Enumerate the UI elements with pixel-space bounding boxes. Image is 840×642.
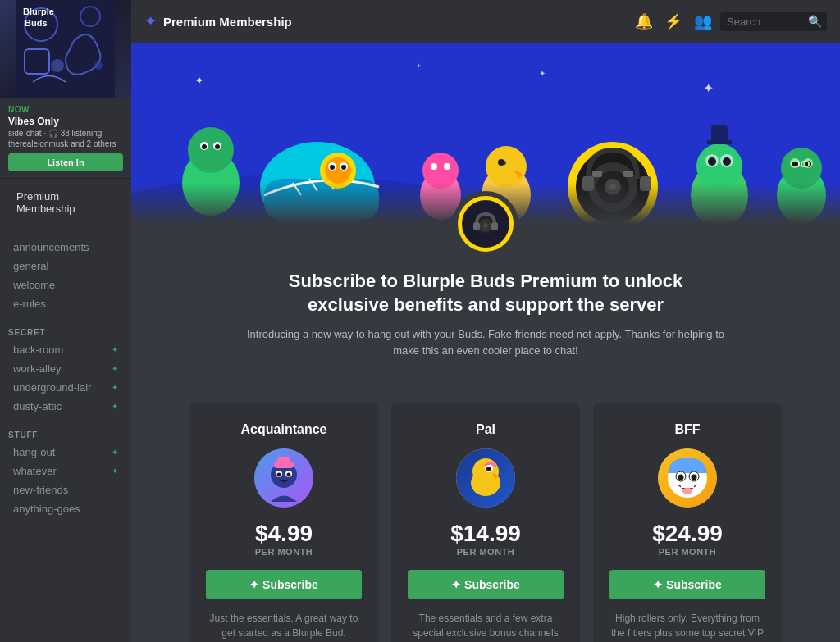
stuff-section: STUFF hang-out ✦ whatever ✦ new-friends … [0, 419, 131, 521]
secret-section: SECRET back-room ✦ work-alley ✦ undergro… [0, 316, 131, 419]
sidebar-item-back-room[interactable]: back-room ✦ [8, 340, 123, 359]
svg-rect-72 [491, 222, 498, 230]
page-title: Premium Membership [163, 15, 635, 29]
now-channel: side-chat · 🎧 38 listening [8, 129, 123, 138]
tier-cards-container: Acquaintance [131, 403, 840, 642]
now-users: therealelonmusk and 2 others [8, 139, 123, 148]
svg-point-93 [682, 488, 692, 494]
lock-icon-dusty-attic: ✦ [112, 402, 118, 411]
bell-icon[interactable]: 🔔 [635, 12, 653, 30]
svg-text:✦: ✦ [703, 81, 714, 95]
now-title: Vibes Only [8, 116, 123, 127]
stuff-section-label: STUFF [8, 430, 123, 439]
premium-link-wrapper[interactable]: Premium Membership [0, 179, 131, 226]
svg-rect-39 [500, 161, 506, 165]
svg-point-85 [486, 467, 491, 471]
svg-text:✦: ✦ [539, 69, 546, 78]
tier-price-acquaintance: $4.99 [255, 521, 313, 547]
svg-point-79 [277, 473, 281, 477]
sidebar-item-whatever[interactable]: whatever ✦ [8, 462, 123, 480]
svg-text:✦: ✦ [416, 62, 422, 70]
sidebar: Blurple Buds NOW Vibes Only side-chat · … [0, 0, 131, 642]
tier-card-pal: Pal [391, 403, 580, 642]
sidebar-item-hang-out[interactable]: hang-out ✦ [8, 443, 123, 462]
server-logo[interactable]: Blurple Buds [0, 0, 131, 98]
sidebar-item-announcements[interactable]: announcements [8, 238, 123, 257]
subscribe-heading: Subscribe to Blurple Buds Premium to unl… [164, 270, 807, 316]
content-area[interactable]: ✦ ✦ ✦ ✦ [131, 43, 840, 642]
tier-card-acquaintance: Acquaintance [189, 403, 378, 642]
svg-point-91 [692, 475, 697, 480]
sidebar-item-anything-goes[interactable]: anything-goes [8, 499, 123, 518]
subscribe-button-pal[interactable]: ✦ Subscribe [408, 570, 564, 599]
svg-rect-71 [473, 222, 480, 230]
tier-name-pal: Pal [476, 422, 495, 437]
tier-desc-acquaintance: Just the essentials. A great way to get … [206, 611, 362, 640]
tier-period-acquaintance: PER MONTH [255, 547, 313, 557]
server-icon-inner [462, 200, 509, 248]
channel-type: side-chat · [8, 129, 48, 138]
svg-point-19 [202, 144, 207, 149]
main-content: ✦ Premium Membership 🔔 ⚡ 👥 🔍 ✦ ✦ ✦ ✦ [131, 0, 840, 642]
tier-name-bff: BFF [674, 422, 700, 437]
search-wrapper: 🔍 [720, 12, 827, 31]
svg-rect-76 [277, 457, 290, 465]
svg-rect-47 [623, 171, 633, 177]
tier-card-bff: BFF [593, 403, 782, 642]
tier-avatar-acquaintance [254, 448, 313, 508]
subscribe-subtext: Introducing a new way to hang out with y… [240, 326, 732, 358]
svg-point-90 [678, 475, 684, 480]
sidebar-item-welcome[interactable]: welcome [8, 275, 123, 294]
svg-point-4 [51, 59, 64, 72]
svg-rect-46 [592, 171, 602, 177]
svg-point-80 [287, 473, 291, 477]
svg-point-35 [444, 163, 450, 170]
premium-membership-link[interactable]: Premium Membership [8, 184, 123, 221]
svg-text:Buds: Buds [25, 18, 48, 28]
lock-icon-back-room: ✦ [112, 345, 118, 354]
premium-star-icon: ✦ [144, 12, 157, 30]
tier-desc-bff: High rollers only. Everything from the f… [609, 611, 765, 642]
svg-point-16 [188, 127, 234, 173]
lock-icon-underground-lair: ✦ [112, 383, 118, 392]
boost-icon[interactable]: ⚡ [664, 12, 682, 30]
lock-icon-work-alley: ✦ [112, 364, 118, 373]
svg-text:Blurple: Blurple [23, 7, 54, 16]
svg-point-30 [330, 165, 335, 170]
now-label: NOW [8, 105, 123, 114]
sidebar-item-e-rules[interactable]: e-rules [8, 294, 123, 313]
members-icon[interactable]: 👥 [694, 12, 712, 30]
svg-point-27 [325, 157, 351, 184]
now-playing-section: NOW Vibes Only side-chat · 🎧 38 listenin… [0, 98, 131, 179]
svg-point-51 [696, 143, 742, 189]
secret-section-label: SECRET [8, 328, 123, 337]
icon-whatever: ✦ [112, 467, 118, 476]
tier-period-pal: PER MONTH [457, 547, 515, 557]
subscribe-button-bff[interactable]: ✦ Subscribe [609, 570, 765, 599]
sidebar-item-new-friends[interactable]: new-friends [8, 480, 123, 499]
tier-avatar-pal [456, 448, 515, 508]
svg-point-55 [723, 157, 731, 166]
svg-rect-92 [681, 485, 694, 488]
svg-point-34 [431, 163, 437, 170]
tier-desc-pal: The essentials and a few extra special e… [408, 611, 564, 642]
svg-text:✦: ✦ [194, 74, 204, 87]
svg-point-31 [341, 165, 346, 170]
listen-in-button[interactable]: Listen In [8, 153, 123, 171]
tier-avatar-bff [658, 448, 717, 508]
svg-point-70 [483, 223, 488, 228]
sidebar-item-general[interactable]: general [8, 257, 123, 275]
server-icon-float [453, 191, 518, 257]
svg-point-20 [215, 144, 220, 149]
svg-point-37 [486, 146, 527, 187]
listener-count: 🎧 38 listening [48, 129, 102, 138]
tier-name-acquaintance: Acquaintance [241, 422, 327, 437]
tier-price-pal: $14.99 [450, 521, 521, 547]
svg-point-59 [781, 148, 822, 189]
svg-rect-57 [711, 125, 728, 142]
sidebar-item-dusty-attic[interactable]: dusty-attic ✦ [8, 397, 123, 416]
subscribe-button-acquaintance[interactable]: ✦ Subscribe [206, 570, 362, 599]
sidebar-item-work-alley[interactable]: work-alley ✦ [8, 359, 123, 378]
sidebar-item-underground-lair[interactable]: underground-lair ✦ [8, 378, 123, 397]
search-input[interactable] [720, 12, 827, 31]
